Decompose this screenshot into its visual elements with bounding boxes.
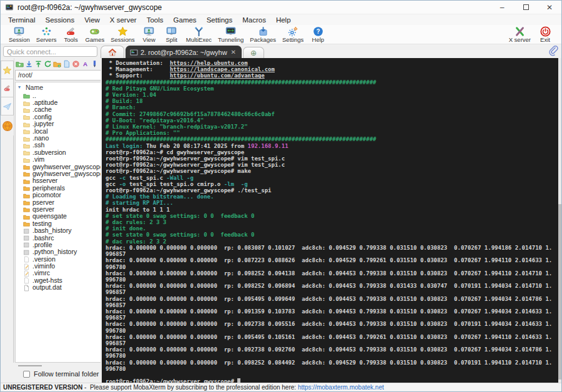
menu-item-macros[interactable]: Macros <box>237 16 271 24</box>
file-name: .profile <box>32 241 52 248</box>
terminal-scrollbar[interactable] <box>558 58 561 383</box>
follow-terminal-label: Follow terminal folder <box>34 370 99 378</box>
toolbar-button-packages[interactable]: Packages <box>247 26 279 44</box>
terminal-line: # Version: 1.04 <box>106 92 561 98</box>
sidebar-strip <box>1 58 14 363</box>
toolbar-button-label: Games <box>86 36 105 43</box>
follow-terminal-checkbox[interactable] <box>23 371 30 378</box>
follow-terminal-folder: Follow terminal folder <box>1 370 101 383</box>
toolbar-button-split[interactable]: Split <box>160 26 183 44</box>
terminal-text: 192.168.9.11 <box>248 143 288 149</box>
attachments-paperclip-icon[interactable] <box>548 45 559 57</box>
menu-item-help[interactable]: Help <box>271 16 296 24</box>
terminal-line: # set state 0 swap settings: 0 0 feedbac… <box>106 213 561 219</box>
terminal-text: # set state 0 swap settings: 0 0 feedbac… <box>106 213 254 219</box>
terminal-text: 996857 <box>106 315 126 321</box>
folder-icon <box>23 92 30 98</box>
folder-up-icon[interactable] <box>16 60 24 68</box>
sessions-icon <box>117 26 128 36</box>
exit-icon <box>540 26 551 36</box>
terminal-tab[interactable]: 2. root@rp-f0962a: ~/gwyhwserver ✕ <box>126 46 242 58</box>
tab-strip: 2. root@rp-f0962a: ~/gwyhwserver ✕ ⊕ <box>101 44 545 58</box>
toolbar-button-session[interactable]: Session <box>6 26 33 44</box>
tools-icon <box>66 26 76 36</box>
terminal-text: # dac rules: 2 3 3 <box>106 219 167 225</box>
new-file-icon[interactable] <box>62 60 71 68</box>
strip-button-globe[interactable] <box>2 120 13 132</box>
toolbar-button-settings[interactable]: Settings <box>279 26 307 44</box>
terminal-line: 996780 <box>106 353 561 359</box>
delete-icon[interactable] <box>72 60 80 68</box>
home-tab[interactable] <box>101 46 124 58</box>
terminal-line: # starting RP API... <box>106 200 561 206</box>
toolbar-button-tunneling[interactable]: Tunneling <box>215 26 247 44</box>
folder-icon <box>23 100 30 105</box>
folder-icon <box>23 220 30 226</box>
menu-item-x-server[interactable]: X server <box>105 16 142 24</box>
upload-icon[interactable] <box>34 60 42 68</box>
toolbar-button-games[interactable]: Games <box>82 26 108 44</box>
multiexec-icon <box>194 26 204 36</box>
terminal-text: hrdac: 0.000000 0.000000 0.000000 rp: 0.… <box>106 308 552 315</box>
home-icon <box>108 48 117 56</box>
strip-button-paper-plane[interactable] <box>1 97 14 115</box>
terminal-text: hrdac: 0.000000 0.000000 0.000000 rp: 0.… <box>106 334 552 340</box>
menu-item-view[interactable]: View <box>79 16 105 24</box>
toolbar-button-tools[interactable]: Tools <box>60 26 82 44</box>
terminal-scrollbar-thumb[interactable] <box>558 204 561 380</box>
terminal-text: https://ubuntu.com/advantage <box>170 72 265 79</box>
svg-text:?: ? <box>316 28 320 35</box>
terminal-line: # U-Boot: "redpitaya-v2016.4" <box>106 117 561 124</box>
toolbar-button-sessions[interactable]: Sessions <box>107 26 138 44</box>
terminal-text: # Pro Applications: "" <box>106 130 180 136</box>
paper-plane-icon <box>2 102 12 111</box>
terminal-line: hrdac: 0.000000 0.000000 0.000000 rp: 0.… <box>106 245 561 251</box>
terminal-cursor <box>237 378 240 383</box>
toolbar-button-help[interactable]: ?Help <box>307 26 329 44</box>
menu-item-games[interactable]: Games <box>169 16 202 24</box>
toolbar-button-multiexec[interactable]: MultiExec <box>183 26 215 44</box>
refresh-icon[interactable] <box>44 60 52 68</box>
swiss-knife-icon <box>2 84 12 93</box>
new-folder-icon[interactable] <box>53 60 61 68</box>
rename-icon[interactable]: A <box>81 60 89 68</box>
terminal-line: hrdac: 0.000000 0.000000 0.000000 rp: 0.… <box>106 360 561 366</box>
download-icon[interactable] <box>25 60 33 68</box>
toolbar-button-view[interactable]: View <box>138 26 160 44</box>
terminal-line: 996857 <box>106 302 561 308</box>
terminal-text: # Commit: 27498667c96692b6f15a7878462480… <box>106 111 275 117</box>
status-text: - Please support MobaXterm by subscribin… <box>82 384 298 391</box>
toolbar-button-exit[interactable]: Exit <box>534 26 556 44</box>
toolbar-button-label: Packages <box>250 36 276 43</box>
edit-icon[interactable] <box>91 60 99 68</box>
menu-item-terminal[interactable]: Terminal <box>3 16 40 24</box>
strip-button-swiss-knife[interactable] <box>1 79 14 97</box>
close-button[interactable]: ✕ <box>538 1 561 14</box>
toolbar-button-label: Session <box>9 36 30 43</box>
file-name: queensgate <box>32 212 67 220</box>
minimize-button[interactable]: – <box>490 1 514 14</box>
star-icon <box>2 66 12 75</box>
terminal-line: root@rp-f0962a:~# cd gwyhwserver_gwyscop… <box>106 149 561 155</box>
toolbar-button-x-server[interactable]: X server <box>506 26 534 44</box>
menu-item-tools[interactable]: Tools <box>142 16 169 24</box>
sidebar-resize-grip[interactable] <box>18 365 42 366</box>
new-tab-button[interactable]: ⊕ <box>243 47 264 58</box>
terminal-text: # Red Pitaya GNU/Linux Ecosystem <box>106 86 214 92</box>
terminal-line: 996857 <box>106 340 561 346</box>
file-icon <box>23 242 30 247</box>
maximize-button[interactable] <box>514 1 538 14</box>
toolbar-button-servers[interactable]: Servers <box>33 26 60 44</box>
tab-close-icon[interactable]: ✕ <box>230 49 237 56</box>
menu-item-sessions[interactable]: Sessions <box>40 16 79 24</box>
file-name: .bash_history <box>32 227 71 234</box>
strip-button-star[interactable] <box>1 61 14 79</box>
terminal[interactable]: * Documentation: https://help.ubuntu.com… <box>101 58 561 383</box>
terminal-line: root@rp-f0962a:~/gwyhwserver_gwyscope# v… <box>106 162 561 168</box>
mobatek-link[interactable]: https://mobaxterm.mobatek.net <box>298 384 384 391</box>
terminal-text: * Documentation: <box>106 60 170 66</box>
terminal-text: 996857 <box>106 251 126 257</box>
terminal-line: ########################################… <box>106 79 561 86</box>
menu-item-settings[interactable]: Settings <box>202 16 238 24</box>
quick-connect-input[interactable] <box>3 46 97 57</box>
